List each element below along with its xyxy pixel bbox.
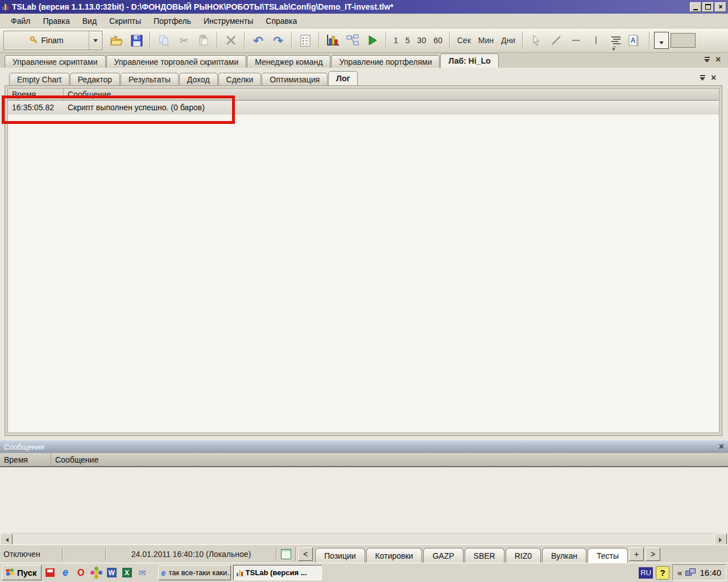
tab-log[interactable]: Лог [328, 71, 358, 85]
interval-1-button[interactable]: 1 [391, 35, 401, 46]
tab-trades[interactable]: Сделки [218, 73, 262, 85]
tab-lab-hi-lo[interactable]: Лаб: Hi_Lo [440, 53, 498, 68]
save-button[interactable] [127, 31, 146, 49]
bottom-tab-gazp[interactable]: GAZP [423, 548, 463, 563]
quick-launch-opera[interactable]: O [75, 566, 88, 579]
drawing-style-dropdown[interactable] [654, 32, 669, 49]
diagonal-line-tool-button[interactable] [547, 31, 565, 49]
toolbar-separator [244, 32, 245, 49]
toolbar-overflow-icon[interactable] [612, 47, 617, 51]
interval-5-button[interactable]: 5 [403, 35, 413, 46]
unit-seconds-button[interactable]: Сек [454, 35, 474, 46]
quick-launch-icq[interactable] [90, 566, 103, 579]
messages-horizontal-scrollbar[interactable] [0, 533, 728, 545]
restore-icon [705, 4, 711, 10]
interval-30-button[interactable]: 30 [415, 35, 429, 46]
cut-button[interactable]: ✂ [175, 31, 193, 49]
log-table-row[interactable]: 16:35:05.82 Скрипт выполнен успешно. (0 … [8, 101, 719, 114]
menu-edit[interactable]: Правка [36, 15, 76, 27]
messages-column-message[interactable]: Сообщение [51, 453, 728, 466]
script-diagram-button[interactable] [344, 31, 362, 49]
restore-button[interactable] [702, 2, 714, 12]
tab-portfolio-management[interactable]: Управление портфелями [331, 55, 440, 68]
quick-launch-outlook-express[interactable]: ✉ [136, 566, 149, 579]
tab-command-manager[interactable]: Менеджер команд [247, 55, 330, 68]
unit-days-button[interactable]: Дни [498, 35, 518, 46]
blank-swatch-button[interactable] [671, 33, 696, 48]
tray-collapse-chevron[interactable]: « [677, 568, 682, 577]
statusbar-empty-segment [65, 545, 104, 563]
taskbar-task-tslab[interactable]: TSLab (версия ... [233, 565, 322, 580]
menu-view[interactable]: Вид [76, 15, 103, 27]
bottom-tab-quotes[interactable]: Котировки [366, 548, 423, 563]
close-tab-icon[interactable]: × [715, 55, 721, 64]
quick-launch-word[interactable]: W [105, 566, 118, 579]
pointer-tool-button[interactable] [527, 31, 545, 49]
bottom-tab-positions[interactable]: Позиции [315, 548, 365, 563]
account-selector-dropdown[interactable] [89, 31, 102, 49]
tab-optimization[interactable]: Оптимизация [262, 73, 328, 85]
quick-launch-excel[interactable]: X [121, 566, 134, 579]
close-tab-icon[interactable]: × [711, 73, 716, 82]
log-column-time[interactable]: Время [8, 89, 64, 100]
tray-inset: « 16:40 [672, 564, 726, 581]
status-bar: Отключен 24.01.2011 16:40:10 (Локальное)… [0, 544, 728, 563]
chart-button[interactable] [324, 31, 342, 49]
add-tab-button[interactable]: + [629, 547, 644, 561]
bottom-tab-riz0[interactable]: RIZ0 [506, 548, 541, 563]
menu-file[interactable]: Файл [5, 15, 36, 27]
server-clock: 24.01.2011 16:40:10 (Локальное) [108, 545, 274, 563]
network-icon[interactable] [685, 568, 696, 577]
bottom-tab-sber[interactable]: SBER [465, 548, 504, 563]
quick-launch-disk[interactable] [44, 566, 57, 579]
log-panel: Время Сообщение 16:35:05.82 Скрипт выпол… [5, 85, 722, 436]
tab-script-management[interactable]: Управление скриптами [5, 55, 106, 68]
tab-income[interactable]: Доход [179, 73, 218, 85]
next-tab-button[interactable]: > [646, 547, 660, 561]
account-selector[interactable]: Finam [3, 31, 102, 50]
tab-overflow-icon[interactable] [700, 75, 706, 81]
open-button[interactable] [107, 31, 126, 49]
quotes-grid-button[interactable] [279, 547, 293, 562]
properties-button[interactable] [296, 31, 315, 49]
messages-close-icon[interactable]: × [719, 442, 724, 451]
ie-icon: e [162, 568, 166, 577]
help-tray-icon[interactable]: ? [656, 566, 669, 580]
vertical-line-tool-button[interactable] [587, 31, 605, 49]
bottom-tab-tests[interactable]: Тесты [588, 548, 628, 563]
menu-help[interactable]: Справка [259, 15, 303, 27]
tab-trade-script-management[interactable]: Управление торговлей скриптами [106, 55, 247, 68]
run-script-button[interactable] [363, 31, 382, 49]
tab-results[interactable]: Результаты [121, 73, 179, 85]
taskbar-task-browser[interactable]: e так все-таки каки... [158, 565, 231, 580]
language-indicator[interactable]: RU [639, 567, 653, 579]
messages-column-time[interactable]: Время [0, 453, 51, 466]
log-column-message[interactable]: Сообщение [64, 89, 719, 100]
bottom-tab-vulkan[interactable]: Вулкан [542, 548, 586, 563]
paste-button[interactable] [195, 31, 213, 49]
minimize-button[interactable] [690, 2, 701, 12]
scroll-left-button[interactable] [0, 534, 13, 546]
redo-button[interactable]: ↷ [269, 31, 287, 49]
interval-60-button[interactable]: 60 [431, 35, 445, 46]
tab-overflow-icon[interactable] [704, 57, 710, 63]
delete-button[interactable] [222, 31, 240, 49]
copy-button[interactable] [155, 31, 173, 49]
toolbar-separator [649, 32, 650, 49]
horizontal-line-tool-button[interactable] [567, 31, 585, 49]
menu-tools[interactable]: Инструменты [197, 15, 259, 27]
prev-tab-button[interactable]: < [298, 547, 313, 561]
undo-button[interactable]: ↶ [249, 31, 267, 49]
statusbar-divider [276, 547, 277, 561]
unit-minutes-button[interactable]: Мин [475, 35, 497, 46]
tab-editor[interactable]: Редактор [70, 73, 120, 85]
menu-portfolio[interactable]: Портфель [147, 15, 197, 27]
quick-launch-ie[interactable]: e [59, 566, 72, 579]
close-button[interactable]: × [715, 2, 726, 12]
text-tool-button[interactable]: A [627, 31, 645, 49]
statusbar-divider [105, 547, 106, 561]
scroll-right-button[interactable] [714, 534, 727, 546]
start-button[interactable]: Пуск [2, 565, 42, 580]
menu-scripts[interactable]: Скрипты [103, 15, 147, 27]
tab-empty-chart[interactable]: Empty Chart [9, 73, 69, 85]
